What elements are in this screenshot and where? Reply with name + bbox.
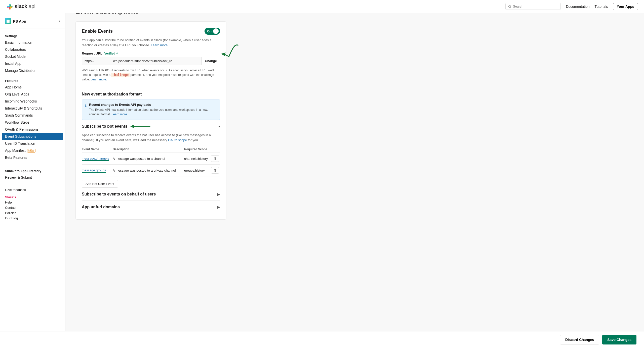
new-badge: NEW xyxy=(27,149,35,153)
bot-events-title-row: Subscribe to bot events xyxy=(82,124,150,129)
events-table-header-row: Event Name Description Required Scope xyxy=(82,146,220,153)
sidebar-item-org-level-apps[interactable]: Org Level Apps xyxy=(0,91,65,98)
sidebar-item-app-home[interactable]: App Home xyxy=(0,84,65,91)
section-separator-1 xyxy=(82,87,220,87)
info-learn-more[interactable]: Learn more. xyxy=(111,113,128,116)
event-desc-cell-2: A message was posted to a private channe… xyxy=(113,165,184,176)
green-arrow-icon xyxy=(218,43,240,61)
toggle-label: On xyxy=(207,29,212,33)
svg-rect-1 xyxy=(7,20,8,21)
logo: slack api xyxy=(6,3,35,10)
user-events-title: Subscribe to events on behalf of users xyxy=(82,192,156,196)
event-subscriptions-card: Enable Events On Your app can subscribe … xyxy=(75,21,226,220)
info-icon: ℹ xyxy=(85,103,87,117)
logo-text: slack xyxy=(15,4,27,9)
table-row: message.groups A message was posted to a… xyxy=(82,165,220,176)
sidebar-item-socket-mode[interactable]: Socket Mode xyxy=(0,53,65,60)
bot-events-title: Subscribe to bot events xyxy=(82,124,127,129)
app-selector[interactable]: FS App ▾ xyxy=(0,18,65,28)
info-box-content: Recent changes to Events API payloads Th… xyxy=(89,103,217,117)
url-input-row: Change xyxy=(82,57,220,65)
event-scope-cell-1: channels:history xyxy=(184,153,211,165)
sidebar-item-install-app[interactable]: Install App xyxy=(0,60,65,67)
app-name: FS App xyxy=(13,19,26,23)
give-feedback-link[interactable]: Give feedback xyxy=(5,187,60,192)
sidebar-item-user-id-translation[interactable]: User ID Translation xyxy=(0,140,65,147)
request-url-input[interactable] xyxy=(82,57,202,65)
col-description: Description xyxy=(113,146,184,153)
url-learn-more[interactable]: Learn more. xyxy=(91,78,107,81)
events-table-head: Event Name Description Required Scope xyxy=(82,146,220,153)
documentation-link[interactable]: Documentation xyxy=(566,5,589,9)
tutorials-link[interactable]: Tutorials xyxy=(595,5,608,9)
enable-events-toggle[interactable]: On xyxy=(205,28,220,35)
sidebar: FS App ▾ Settings Basic Information Coll… xyxy=(0,13,65,348)
oauth-scope-link[interactable]: OAuth scope xyxy=(168,138,187,142)
verified-badge: Verified ✓ xyxy=(104,52,118,55)
info-box: ℹ Recent changes to Events API payloads … xyxy=(82,100,220,120)
event-name-link-2[interactable]: message.groups xyxy=(82,168,106,173)
event-delete-cell-1: 🗑 xyxy=(211,153,220,165)
unfurl-section[interactable]: App unfurl domains ▶ xyxy=(82,201,220,213)
enable-events-title: Enable Events xyxy=(82,29,113,34)
slack-heart-link[interactable]: Slack ♥ xyxy=(5,194,60,200)
bot-events-section-header[interactable]: Subscribe to bot events ▾ xyxy=(82,120,220,133)
delete-button-2[interactable]: 🗑 xyxy=(211,167,219,174)
sidebar-item-event-subscriptions[interactable]: Event Subscriptions xyxy=(2,133,63,140)
search-box[interactable] xyxy=(505,3,561,10)
challenge-code: challenge xyxy=(111,73,130,77)
save-changes-button[interactable]: Save Changes xyxy=(602,335,636,344)
delete-button-1[interactable]: 🗑 xyxy=(211,155,219,162)
sidebar-divider-2 xyxy=(5,184,60,184)
svg-marker-7 xyxy=(130,125,134,128)
app-selector-left: FS App xyxy=(5,18,26,24)
sidebar-item-incoming-webhooks[interactable]: Incoming Webhooks xyxy=(0,98,65,105)
header: slack api Documentation Tutorials Your A… xyxy=(0,0,644,13)
sidebar-divider xyxy=(5,164,60,164)
event-delete-cell-2: 🗑 xyxy=(211,165,220,176)
bot-events-arrow-icon xyxy=(130,124,150,129)
unfurl-title: App unfurl domains xyxy=(82,205,120,209)
collapse-icon: ▾ xyxy=(218,124,220,128)
event-name-cell-1: message.channels xyxy=(82,153,113,165)
sidebar-item-collaborators[interactable]: Collaborators xyxy=(0,46,65,53)
event-name-link-1[interactable]: message.channels xyxy=(82,157,109,161)
url-note: We'll send HTTP POST requests to this UR… xyxy=(82,68,220,82)
our-blog-link[interactable]: Our Blog xyxy=(5,216,60,221)
sidebar-item-workflow-steps[interactable]: Workflow Steps xyxy=(0,119,65,126)
svg-rect-2 xyxy=(8,20,10,21)
search-icon xyxy=(508,5,511,8)
sidebar-item-beta-features[interactable]: Beta Features xyxy=(0,154,65,161)
enable-events-learn-more[interactable]: Learn more. xyxy=(151,43,169,47)
sidebar-item-slash-commands[interactable]: Slash Commands xyxy=(0,112,65,119)
svg-rect-4 xyxy=(8,21,10,23)
chevron-down-icon: ▾ xyxy=(59,19,60,23)
search-input[interactable] xyxy=(513,5,558,8)
sidebar-item-basic-information[interactable]: Basic Information xyxy=(0,39,65,46)
sidebar-item-interactivity[interactable]: Interactivity & Shortcuts xyxy=(0,105,65,112)
event-scope-cell-2: groups:history xyxy=(184,165,211,176)
sidebar-item-oauth[interactable]: OAuth & Permissions xyxy=(0,126,65,133)
toggle-knob xyxy=(213,28,219,34)
sidebar-item-review-submit[interactable]: Review & Submit xyxy=(0,174,65,181)
auth-format-title: New event authorization format xyxy=(82,92,220,96)
svg-rect-3 xyxy=(7,21,8,23)
contact-link[interactable]: Contact xyxy=(5,205,60,210)
discard-changes-button[interactable]: Discard Changes xyxy=(560,335,599,344)
add-bot-user-event-button[interactable]: Add Bot User Event xyxy=(82,180,118,188)
sidebar-footer: Give feedback Slack ♥ Help Contact Polic… xyxy=(0,187,65,221)
change-button[interactable]: Change xyxy=(202,57,220,65)
policies-link[interactable]: Policies xyxy=(5,210,60,216)
event-desc-cell-1: A message was posted to a channel xyxy=(113,153,184,165)
user-events-section[interactable]: Subscribe to events on behalf of users ▶ xyxy=(82,188,220,201)
header-nav: Documentation Tutorials Your Apps xyxy=(505,3,638,10)
svg-point-0 xyxy=(509,5,511,7)
events-table-body: message.channels A message was posted to… xyxy=(82,153,220,176)
sidebar-item-manage-distribution[interactable]: Manage Distribution xyxy=(0,67,65,74)
your-apps-button[interactable]: Your Apps xyxy=(613,3,638,10)
right-arrow-icon-2: ▶ xyxy=(217,205,220,209)
svg-marker-5 xyxy=(221,53,226,56)
sidebar-item-app-manifest[interactable]: App Manifest NEW xyxy=(0,147,65,154)
col-event-name: Event Name xyxy=(82,146,113,153)
help-link[interactable]: Help xyxy=(5,200,60,205)
